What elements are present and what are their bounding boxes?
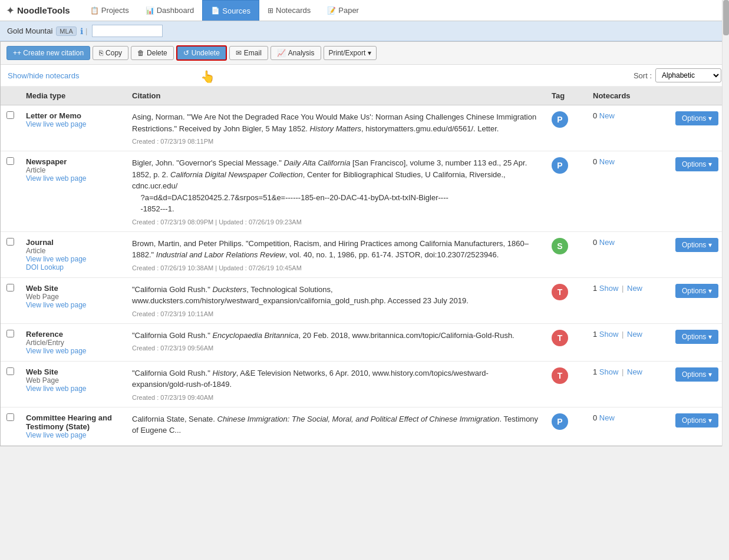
row6-notecards-cell: 1 Show | New — [587, 361, 669, 407]
row7-new-notecard-link[interactable]: New — [599, 413, 615, 422]
row1-tag-cell: P — [546, 105, 587, 151]
row4-options-cell: Options ▾ — [669, 277, 728, 323]
row6-checkbox-cell — [1, 361, 20, 407]
print-export-dropdown[interactable]: Print/Export ▾ — [324, 46, 377, 60]
tab-projects[interactable]: 📋 Projects — [82, 0, 137, 21]
show-hide-notecards-link[interactable]: Show/hide notecards — [8, 71, 79, 80]
dropdown-chevron-icon: ▾ — [368, 49, 371, 57]
analysis-icon: 📈 — [277, 49, 286, 57]
top-navigation: ✦ NoodleTools 📋 Projects 📊 Dashboard 📄 S… — [0, 0, 729, 21]
row4-notecards-count: 1 — [593, 284, 599, 293]
row4-citation-meta: Created : 07/23/19 10:11AM — [132, 310, 540, 317]
main-container: + + Create new citation ⎘ Copy 🗑 Delete … — [0, 41, 729, 446]
row1-media-type-name: Letter or Memo — [26, 111, 120, 120]
row4-media-type-cell: Web Site Web Page View live web page — [20, 277, 126, 323]
row4-new-notecard-link[interactable]: New — [627, 284, 642, 293]
create-new-citation-button[interactable]: + + Create new citation — [6, 46, 90, 60]
row3-notecards-cell: 0 New — [587, 231, 669, 277]
info-icon[interactable]: ℹ — [80, 26, 83, 36]
row7-citation-text: California State, Senate. Chinese Immigr… — [132, 413, 540, 436]
row6-view-live-link[interactable]: View live web page — [26, 385, 120, 393]
scrollbar-thumb[interactable] — [723, 0, 729, 35]
row2-checkbox[interactable] — [6, 157, 14, 165]
table-header-row: Media type Citation Tag Notecards — [1, 87, 728, 105]
row7-view-live-link[interactable]: View live web page — [26, 431, 120, 439]
row2-view-live-link[interactable]: View live web page — [26, 174, 120, 183]
project-bar: Gold Mountai MLA ℹ | — [0, 21, 729, 41]
row6-checkbox[interactable] — [6, 367, 14, 375]
row6-citation-meta: Created : 07/23/19 09:40AM — [132, 394, 540, 401]
table-row: Web Site Web Page View live web page "Ca… — [1, 361, 728, 407]
row3-new-notecard-link[interactable]: New — [599, 238, 615, 247]
row7-tag-cell: P — [546, 407, 587, 445]
row2-notecards-cell: 0 New — [587, 151, 669, 232]
table-row: Newspaper Article View live web page Big… — [1, 151, 728, 232]
row1-view-live-link[interactable]: View live web page — [26, 120, 120, 128]
sort-select[interactable]: Alphabetic Date Added Media Type — [655, 68, 721, 82]
row1-new-notecard-link[interactable]: New — [599, 111, 615, 120]
row2-tag-cell: P — [546, 151, 587, 232]
row3-options-cell: Options ▾ — [669, 231, 728, 277]
row7-checkbox[interactable] — [6, 413, 14, 421]
row4-checkbox[interactable] — [6, 284, 14, 291]
row1-checkbox[interactable] — [6, 111, 14, 119]
row1-options-button[interactable]: Options ▾ — [675, 111, 718, 125]
row6-new-notecard-link[interactable]: New — [627, 367, 642, 376]
header-options — [669, 87, 728, 105]
analysis-button[interactable]: 📈 Analysis — [271, 46, 321, 60]
undelete-button[interactable]: ↺ Undelete — [176, 45, 227, 61]
row7-options-button[interactable]: Options ▾ — [675, 413, 718, 428]
row3-options-button[interactable]: Options ▾ — [675, 238, 718, 252]
row5-view-live-link[interactable]: View live web page — [26, 347, 120, 355]
row4-view-live-link[interactable]: View live web page — [26, 301, 120, 309]
tab-paper[interactable]: 📝 Paper — [319, 0, 367, 21]
project-name-input[interactable] — [92, 25, 163, 37]
row2-media-subtype: Article — [26, 166, 120, 174]
header-citation: Citation — [126, 87, 546, 105]
projects-icon: 📋 — [90, 6, 99, 15]
scrollbar[interactable] — [722, 0, 729, 446]
row6-tag-badge: T — [552, 367, 568, 384]
row4-options-button[interactable]: Options ▾ — [675, 284, 718, 298]
row3-checkbox-cell — [1, 231, 20, 277]
header-media-type: Media type — [20, 87, 126, 105]
toolbar: + + Create new citation ⎘ Copy 🗑 Delete … — [1, 42, 728, 65]
delete-button[interactable]: 🗑 Delete — [131, 46, 174, 60]
copy-button[interactable]: ⎘ Copy — [93, 46, 128, 60]
row3-doi-lookup-link[interactable]: DOI Lookup — [26, 263, 120, 271]
tab-sources[interactable]: 📄 Sources — [202, 0, 259, 21]
row5-citation-meta: Created : 07/23/19 09:56AM — [132, 344, 540, 352]
row5-options-button[interactable]: Options ▾ — [675, 330, 718, 344]
tab-dashboard[interactable]: 📊 Dashboard — [137, 0, 203, 21]
header-checkbox — [1, 87, 20, 105]
row2-options-button[interactable]: Options ▾ — [675, 157, 718, 171]
row6-options-cell: Options ▾ — [669, 361, 728, 407]
row5-media-subtype: Article/Entry — [26, 339, 120, 347]
row6-show-notecard-link[interactable]: Show — [599, 367, 619, 376]
row6-options-button[interactable]: Options ▾ — [675, 367, 718, 382]
row7-options-cell: Options ▾ — [669, 407, 728, 445]
row5-new-notecard-link[interactable]: New — [627, 330, 642, 339]
email-button[interactable]: ✉ Email — [229, 46, 268, 60]
header-notecards: Notecards — [587, 87, 669, 105]
row4-show-notecard-link[interactable]: Show — [599, 284, 619, 293]
pipe-separator: | — [622, 367, 626, 376]
tab-notecards[interactable]: ⊞ Notecards — [259, 0, 319, 21]
project-style-badge: MLA — [56, 26, 77, 36]
row5-media-type-cell: Reference Article/Entry View live web pa… — [20, 323, 126, 361]
row5-notecards-cell: 1 Show | New — [587, 323, 669, 361]
pipe-separator: | — [622, 284, 626, 293]
row5-options-cell: Options ▾ — [669, 323, 728, 361]
row5-checkbox[interactable] — [6, 330, 14, 337]
row5-show-notecard-link[interactable]: Show — [599, 330, 619, 339]
row4-media-type-name: Web Site — [26, 284, 120, 293]
row3-media-type-name: Journal — [26, 238, 120, 247]
row6-citation-text: "California Gold Rush." History, A&E Tel… — [132, 367, 540, 390]
dashboard-icon: 📊 — [146, 6, 154, 15]
row3-checkbox[interactable] — [6, 238, 14, 246]
row7-citation-cell: California State, Senate. Chinese Immigr… — [126, 407, 546, 445]
row3-tag-cell: S — [546, 231, 587, 277]
row3-view-live-link[interactable]: View live web page — [26, 255, 120, 263]
row6-media-type-name: Web Site — [26, 367, 120, 376]
row2-new-notecard-link[interactable]: New — [599, 157, 615, 166]
